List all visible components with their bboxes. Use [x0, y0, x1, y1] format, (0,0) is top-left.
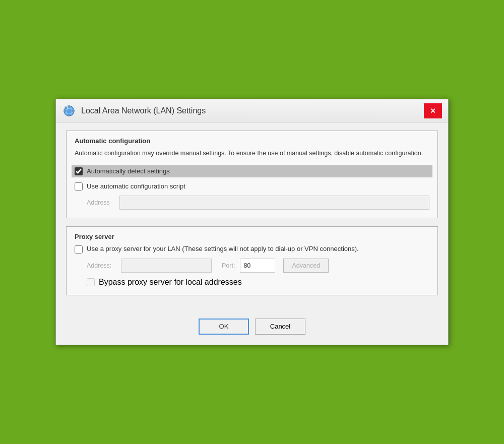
bypass-proxy-label[interactable]: Bypass proxy server for local addresses — [99, 278, 242, 287]
use-proxy-checkbox[interactable] — [75, 245, 83, 253]
use-script-checkbox[interactable] — [75, 182, 83, 191]
bypass-row: Bypass proxy server for local addresses — [87, 278, 429, 287]
bypass-proxy-checkbox[interactable] — [87, 278, 95, 286]
cancel-button[interactable]: Cancel — [255, 319, 305, 335]
title-bar: IE Local Area Network (LAN) Settings ✕ — [56, 99, 448, 122]
use-script-label[interactable]: Use automatic configuration script — [87, 182, 185, 190]
automatic-configuration-section: Automatic configuration Automatic config… — [66, 131, 438, 218]
title-bar-left: IE Local Area Network (LAN) Settings — [62, 104, 206, 118]
port-label: Port: — [222, 262, 235, 269]
window-icon: IE — [62, 104, 76, 118]
lan-settings-dialog: IE Local Area Network (LAN) Settings ✕ A… — [55, 99, 449, 345]
dialog-content: Automatic configuration Automatic config… — [56, 122, 448, 313]
ok-button[interactable]: OK — [199, 319, 249, 335]
auto-detect-row: Automatically detect settings — [72, 165, 432, 177]
auto-detect-checkbox[interactable] — [75, 167, 83, 175]
proxy-server-title: Proxy server — [75, 233, 429, 240]
proxy-address-input[interactable] — [121, 259, 212, 273]
use-proxy-label[interactable]: Use a proxy server for your LAN (These s… — [87, 245, 359, 252]
use-script-row: Use automatic configuration script — [75, 182, 429, 191]
auto-detect-label[interactable]: Automatically detect settings — [87, 167, 170, 175]
automatic-config-title: Automatic configuration — [75, 137, 429, 145]
svg-text:IE: IE — [65, 107, 67, 109]
advanced-button[interactable]: Advanced — [283, 259, 329, 273]
proxy-address-label: Address: — [87, 262, 116, 269]
use-proxy-row: Use a proxy server for your LAN (These s… — [75, 244, 429, 253]
dialog-footer: OK Cancel — [56, 313, 448, 345]
proxy-server-section: Proxy server Use a proxy server for your… — [66, 226, 438, 295]
script-address-row: Address — [87, 196, 429, 210]
close-button[interactable]: ✕ — [424, 103, 442, 118]
script-address-input[interactable] — [119, 196, 429, 210]
port-input[interactable] — [240, 259, 275, 273]
automatic-config-description: Automatic configuration may override man… — [75, 149, 429, 158]
svg-rect-5 — [64, 113, 74, 113]
dialog-title: Local Area Network (LAN) Settings — [81, 106, 206, 115]
script-address-label: Address — [87, 199, 114, 206]
proxy-fields-row: Address: Port: Advanced — [87, 259, 429, 273]
